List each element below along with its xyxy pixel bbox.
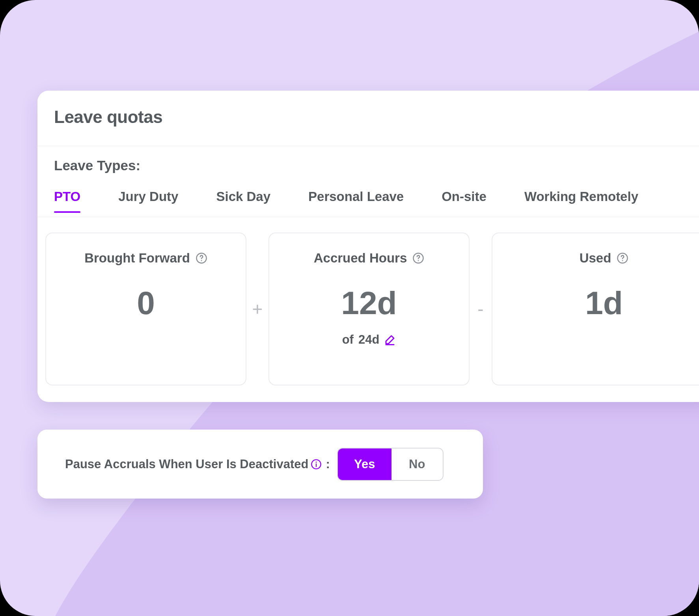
tab-on-site[interactable]: On-site — [442, 189, 487, 213]
pause-toggle-yes[interactable]: Yes — [338, 449, 391, 480]
help-icon[interactable] — [412, 252, 424, 264]
help-icon[interactable] — [196, 252, 207, 264]
tab-underline — [37, 217, 699, 217]
pause-accruals-card: Pause Accruals When User Is Deactivated … — [37, 430, 483, 499]
operator-minus: - — [470, 298, 492, 320]
stat-used-label: Used — [580, 251, 611, 266]
stat-brought-forward-value: 0 — [137, 285, 155, 322]
svg-point-3 — [418, 260, 419, 261]
tab-sick-day[interactable]: Sick Day — [216, 189, 270, 213]
stat-brought-forward: Brought Forward 0 — [45, 233, 246, 385]
info-icon[interactable] — [311, 459, 322, 470]
edit-icon[interactable] — [384, 334, 396, 346]
colon: : — [326, 457, 330, 471]
stat-accrued-label: Accrued Hours — [314, 251, 407, 266]
stat-used-value: 1d — [585, 285, 623, 322]
svg-point-5 — [622, 260, 623, 261]
stat-brought-forward-label: Brought Forward — [84, 251, 190, 266]
leave-types-label: Leave Types: — [54, 158, 140, 173]
tab-personal-leave[interactable]: Personal Leave — [308, 189, 404, 213]
leave-quotas-title: Leave quotas — [54, 107, 162, 127]
stat-accrued-hours: Accrued Hours 12d of 24d — [268, 233, 470, 385]
help-icon[interactable] — [617, 252, 628, 264]
tab-pto[interactable]: PTO — [54, 189, 80, 213]
stat-used: Used 1d — [492, 233, 699, 385]
tab-working-remotely[interactable]: Working Remotely — [524, 189, 638, 213]
divider — [37, 146, 699, 146]
operator-plus: + — [246, 298, 268, 320]
stat-accrued-sub-value: 24d — [358, 333, 379, 347]
pause-toggle-no[interactable]: No — [391, 449, 443, 480]
pause-accruals-label: Pause Accruals When User Is Deactivated — [65, 457, 308, 471]
leave-type-tabs: PTO Jury Duty Sick Day Personal Leave On… — [54, 189, 638, 213]
background-panel: Leave quotas Leave Types: PTO Jury Duty … — [0, 0, 699, 616]
stats-row: Brought Forward 0 + — [45, 233, 699, 385]
leave-quotas-card: Leave quotas Leave Types: PTO Jury Duty … — [37, 91, 699, 402]
stat-accrued-value: 12d — [341, 285, 397, 322]
pause-toggle: Yes No — [337, 448, 444, 481]
svg-point-1 — [201, 260, 202, 261]
stat-accrued-sub-prefix: of — [342, 333, 354, 347]
tab-jury-duty[interactable]: Jury Duty — [118, 189, 178, 213]
svg-point-8 — [316, 462, 317, 463]
